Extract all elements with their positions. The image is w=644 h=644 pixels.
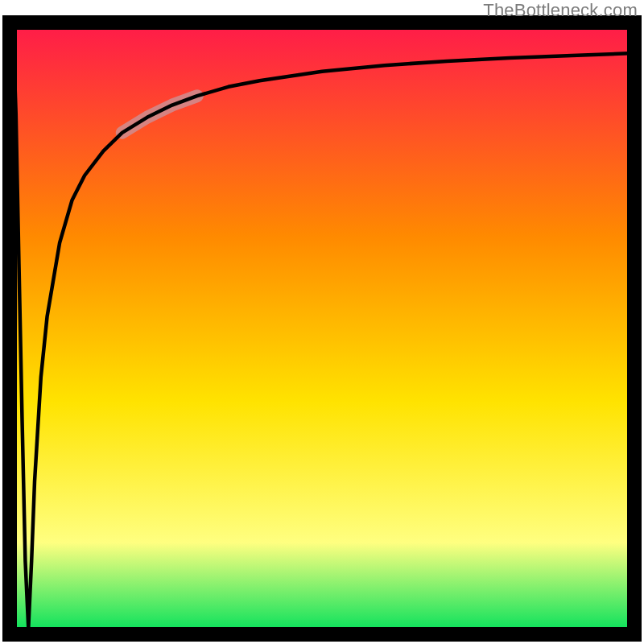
chart-container: TheBottleneck.com <box>0 0 644 644</box>
watermark-text: TheBottleneck.com <box>483 0 638 21</box>
heat-background <box>10 23 634 634</box>
bottleneck-chart <box>0 0 644 644</box>
plot-area <box>10 23 634 634</box>
